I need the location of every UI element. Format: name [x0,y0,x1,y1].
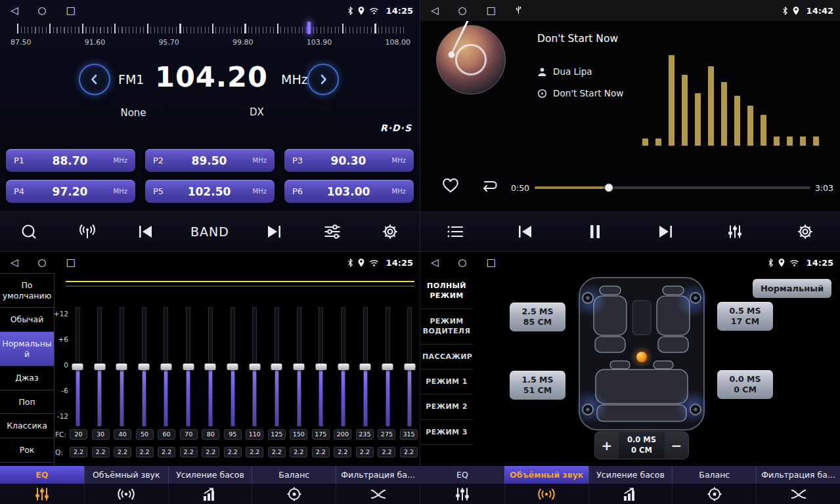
mixer-icon[interactable] [319,224,346,239]
stage-mode-item[interactable]: РЕЖИМ 1 [420,369,473,394]
settings-gear-icon[interactable] [376,223,404,240]
eq-preset-item[interactable]: Классика [0,414,54,438]
slider-handle[interactable] [205,364,216,370]
repeat-icon[interactable] [479,178,498,197]
slider-handle[interactable] [227,364,238,370]
antenna-icon[interactable] [74,224,101,240]
slider-handle[interactable] [360,364,371,370]
band-button[interactable]: BAND [190,224,229,239]
eq-band-slider[interactable] [291,307,307,436]
preset-button[interactable]: P6103.00MHz [284,180,414,203]
tune-down-button[interactable] [79,64,110,95]
eq-band-slider[interactable] [202,307,218,436]
slider-handle[interactable] [271,364,282,370]
eq-band-slider[interactable] [225,307,240,436]
delay-rear-right-button[interactable]: 0.0 MS 0 CM [717,370,773,399]
recents-icon[interactable]: □ [487,258,496,268]
slider-handle[interactable] [116,364,127,370]
tab-eq[interactable]: EQ [0,466,84,504]
tab-balance[interactable]: Баланс [672,466,756,504]
preset-button[interactable]: P289.50MHz [145,149,275,172]
eq-preset-item[interactable]: По умолчанию [0,274,54,308]
delay-front-left-button[interactable]: 2.5 MS 85 CM [510,303,565,331]
preset-button[interactable]: P497.20MHz [6,180,135,203]
eq-preset-item[interactable]: Обычай [0,308,54,332]
pause-icon[interactable] [581,224,609,240]
seek-bar-thumb[interactable] [605,184,613,192]
eq-band-slider[interactable] [402,307,418,436]
back-icon[interactable]: ◁ [11,258,18,268]
home-icon[interactable]: ○ [38,258,47,268]
tab-crossover[interactable]: Фильтрация ба... [756,466,840,504]
home-icon[interactable]: ○ [458,258,467,268]
tab-surround[interactable]: Объёмный звук [84,466,168,504]
tab-crossover[interactable]: Фильтрация ба... [336,466,420,504]
eq-band-slider[interactable] [336,307,351,436]
slider-handle[interactable] [94,364,105,370]
stage-preset-badge[interactable]: Нормальный [753,279,831,298]
slider-handle[interactable] [249,364,260,370]
prev-track-icon[interactable] [132,224,160,239]
eq-band-slider[interactable] [380,307,395,436]
back-icon[interactable]: ◁ [11,6,18,16]
tab-bass-boost[interactable]: Усиление басов [588,466,673,504]
recents-icon[interactable]: □ [66,258,76,268]
delay-front-right-button[interactable]: 0.5 MS 17 CM [717,302,773,331]
delay-decrease-button[interactable]: − [665,432,688,459]
preset-button[interactable]: P188.70MHz [6,149,135,172]
eq-band-slider[interactable] [114,307,129,436]
home-icon[interactable]: ○ [38,6,47,16]
slider-handle[interactable] [404,364,415,370]
recents-icon[interactable]: □ [66,6,76,16]
seek-bar[interactable] [535,186,810,189]
slider-handle[interactable] [294,364,305,370]
eq-preset-item[interactable]: Рок [0,438,54,463]
eq-band-slider[interactable] [181,307,196,436]
tab-surround[interactable]: Объёмный звук [504,466,588,504]
tune-up-button[interactable] [307,64,339,95]
scan-icon[interactable] [15,223,43,240]
back-icon[interactable]: ◁ [431,6,439,16]
slider-handle[interactable] [315,364,326,370]
delay-increase-button[interactable]: + [595,432,619,459]
slider-handle[interactable] [160,364,171,370]
eq-band-slider[interactable] [136,307,152,436]
tab-balance[interactable]: Баланс [252,466,336,504]
stage-mode-item[interactable]: ПАССАЖИР [420,345,473,369]
stage-mode-item[interactable]: ПОЛНЫЙ РЕЖИМ [420,274,473,309]
tab-bass-boost[interactable]: Усиление басов [168,466,252,504]
eq-band-slider[interactable] [92,307,108,436]
preset-button[interactable]: P5102.50MHz [145,180,275,203]
settings-gear-icon[interactable] [791,223,819,240]
queue-list-icon[interactable] [441,224,469,239]
eq-band-slider[interactable] [269,307,284,436]
eq-band-slider[interactable] [357,307,373,436]
slider-handle[interactable] [183,364,194,370]
eq-band-slider[interactable] [158,307,174,436]
prev-track-icon[interactable] [512,224,539,239]
preset-button[interactable]: P390.30MHz [284,149,414,172]
tab-eq[interactable]: EQ [420,466,504,504]
stage-mode-item[interactable]: РЕЖИМ ВОДИТЕЛЯ [420,309,473,345]
stage-mode-item[interactable]: РЕЖИМ 3 [420,420,473,445]
eq-preset-item[interactable]: Нормальный [0,332,54,366]
slider-handle[interactable] [139,364,150,370]
next-track-icon[interactable] [652,224,679,239]
eq-band-slider[interactable] [247,307,263,436]
recents-icon[interactable]: □ [487,6,496,16]
eq-sliders-icon[interactable] [721,224,749,240]
slider-handle[interactable] [338,364,349,370]
frequency-scale[interactable]: 87.5091.6095.7099.80103.90108.00 [0,22,420,53]
eq-band-slider[interactable] [70,307,85,436]
stage-mode-item[interactable]: РЕЖИМ 2 [420,394,473,419]
slider-handle[interactable] [72,364,83,370]
next-track-icon[interactable] [260,224,288,239]
home-icon[interactable]: ○ [458,6,467,16]
eq-preset-item[interactable]: Джаз [0,366,54,390]
favorite-heart-icon[interactable] [441,177,460,196]
slider-handle[interactable] [382,364,393,370]
delay-rear-left-button[interactable]: 1.5 MS 51 CM [510,371,565,400]
back-icon[interactable]: ◁ [431,258,439,268]
eq-preset-item[interactable]: Поп [0,390,54,415]
eq-band-slider[interactable] [313,307,329,436]
